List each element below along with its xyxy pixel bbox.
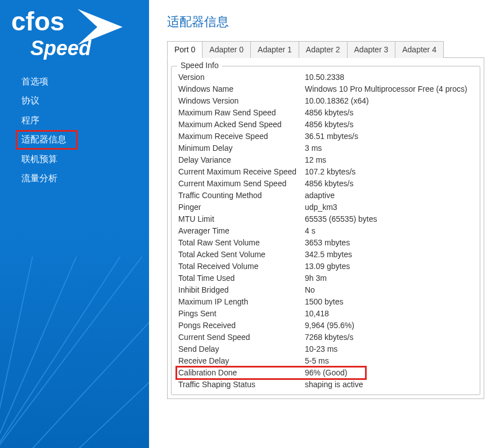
sidebar-item-label: 程序 (21, 115, 39, 125)
table-row: Pingerudp_km3 (176, 201, 475, 213)
main-content: 适配器信息 Port 0Adapter 0Adapter 1Adapter 2A… (149, 0, 491, 448)
table-row: Pings Sent10,418 (176, 307, 475, 319)
table-row: Total Raw Sent Volume3653 mbytes (176, 236, 475, 248)
svg-line-5 (22, 307, 149, 448)
table-row: Windows NameWindows 10 Pro Multiprocesso… (176, 83, 475, 95)
info-label: Maximum IP Length (176, 295, 303, 307)
info-label: Maximum Acked Send Speed (176, 118, 303, 130)
info-value: 13.09 gbytes (303, 260, 475, 272)
tab-adapter-0[interactable]: Adapter 0 (202, 41, 251, 58)
tab-adapter-1[interactable]: Adapter 1 (250, 41, 299, 58)
info-value: Windows 10 Pro Multiprocessor Free (4 pr… (303, 83, 475, 95)
table-row: Traffic Shaping Statusshaping is active (176, 378, 475, 390)
table-row: MTU Limit65535 (65535) bytes (176, 213, 475, 225)
sidebar-item-3[interactable]: 适配器信息 (0, 130, 149, 149)
info-label: Current Maximum Send Speed (176, 177, 303, 189)
info-label: Windows Version (176, 95, 303, 106)
info-label: Pinger (176, 201, 303, 213)
sidebar-nav: 首选项协议程序适配器信息联机预算流量分析 (0, 72, 149, 188)
tab-adapter-3[interactable]: Adapter 3 (347, 41, 396, 58)
info-value: 9h 3m (303, 272, 475, 284)
table-row: Maximum Receive Speed36.51 mbytes/s (176, 130, 475, 142)
info-value: 4856 kbytes/s (303, 118, 475, 130)
info-value: 36.51 mbytes/s (303, 130, 475, 142)
sidebar-item-label: 适配器信息 (21, 135, 66, 144)
sidebar-item-label: 首选项 (21, 77, 48, 86)
info-label: Total Raw Sent Volume (176, 236, 303, 248)
info-label: Inhibit Bridged (176, 284, 303, 295)
info-label: Traffic Shaping Status (176, 378, 303, 390)
table-row: Inhibit BridgedNo (176, 284, 475, 295)
table-row: Averager Time4 s (176, 225, 475, 236)
info-label: Calibration Done (176, 366, 303, 378)
table-row: Maximum Raw Send Speed4856 kbytes/s (176, 106, 475, 118)
info-label: Pings Sent (176, 307, 303, 319)
sidebar-item-0[interactable]: 首选项 (0, 72, 149, 91)
table-row: Current Maximum Send Speed4856 kbytes/s (176, 177, 475, 189)
sidebar-item-2[interactable]: 程序 (0, 111, 149, 130)
sidebar-item-5[interactable]: 流量分析 (0, 169, 149, 188)
info-label: Total Acked Sent Volume (176, 248, 303, 260)
brand-line1: cfos (11, 7, 65, 36)
brand-logo: cfos Speed (0, 0, 149, 72)
info-value: 4856 kbytes/s (303, 106, 475, 118)
info-label: Maximum Raw Send Speed (176, 106, 303, 118)
info-label: Version (176, 71, 303, 83)
sidebar-item-label: 联机预算 (21, 154, 57, 164)
table-row: Windows Version10.00.18362 (x64) (176, 95, 475, 106)
speed-info-fieldset: Speed Info Version10.50.2338Windows Name… (171, 66, 480, 395)
info-value: 3653 mbytes (303, 236, 475, 248)
tab-adapter-2[interactable]: Adapter 2 (299, 41, 348, 58)
tab-adapter-4[interactable]: Adapter 4 (395, 41, 444, 58)
info-value: udp_km3 (303, 201, 475, 213)
table-row: Pongs Received9,964 (95.6%) (176, 319, 475, 331)
info-label: Current Maximum Receive Speed (176, 165, 303, 177)
sidebar-item-1[interactable]: 协议 (0, 91, 149, 110)
info-value: 107.2 kbytes/s (303, 165, 475, 177)
svg-line-3 (0, 257, 79, 448)
table-row: Total Acked Sent Volume342.5 mbytes (176, 248, 475, 260)
info-value: 4 s (303, 225, 475, 236)
info-label: Traffic Counting Method (176, 189, 303, 201)
tab-port-0[interactable]: Port 0 (167, 41, 202, 58)
info-value: 10.50.2338 (303, 71, 475, 83)
table-row: Calibration Done96% (Good) (176, 366, 475, 378)
table-row: Minimum Delay3 ms (176, 142, 475, 154)
info-value: 10,418 (303, 307, 475, 319)
sidebar-item-4[interactable]: 联机预算 (0, 150, 149, 169)
table-row: Delay Variance12 ms (176, 154, 475, 165)
table-row: Send Delay10-23 ms (176, 343, 475, 355)
info-label: Send Delay (176, 343, 303, 355)
info-value: 5-5 ms (303, 355, 475, 366)
info-value: 10-23 ms (303, 343, 475, 355)
sidebar-decorative-lines (0, 257, 149, 448)
sidebar: cfos Speed 首选项协议程序适配器信息联机预算流量分析 (0, 0, 149, 448)
table-row: Maximum Acked Send Speed4856 kbytes/s (176, 118, 475, 130)
table-row: Current Send Speed7268 kbytes/s (176, 331, 475, 343)
info-value: 3 ms (303, 142, 475, 154)
tabs-bar: Port 0Adapter 0Adapter 1Adapter 2Adapter… (167, 41, 484, 58)
table-row: Traffic Counting Methodadaptive (176, 189, 475, 201)
info-label: Pongs Received (176, 319, 303, 331)
svg-line-1 (0, 257, 146, 448)
info-label: Minimum Delay (176, 142, 303, 154)
info-label: Windows Name (176, 83, 303, 95)
info-value: 9,964 (95.6%) (303, 319, 475, 331)
table-row: Version10.50.2338 (176, 71, 475, 83)
info-label: Total Received Volume (176, 260, 303, 272)
info-value: adaptive (303, 189, 475, 201)
svg-line-2 (0, 257, 124, 448)
table-row: Receive Delay5-5 ms (176, 355, 475, 366)
info-value: 65535 (65535) bytes (303, 213, 475, 225)
info-label: Receive Delay (176, 355, 303, 366)
table-row: Maximum IP Length1500 bytes (176, 295, 475, 307)
info-value: 4856 kbytes/s (303, 177, 475, 189)
info-label: Total Time Used (176, 272, 303, 284)
brand-line2: Speed (30, 37, 92, 60)
info-value: 1500 bytes (303, 295, 475, 307)
info-table: Version10.50.2338Windows NameWindows 10 … (176, 71, 475, 390)
info-value: 342.5 mbytes (303, 248, 475, 260)
table-row: Current Maximum Receive Speed107.2 kbyte… (176, 165, 475, 177)
info-label: MTU Limit (176, 213, 303, 225)
info-value: No (303, 284, 475, 295)
